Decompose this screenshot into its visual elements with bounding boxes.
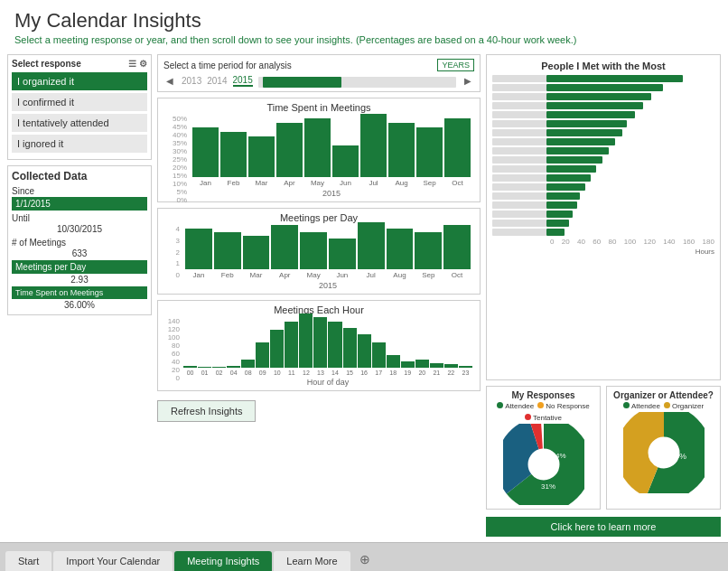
bar-label-hour: 02: [216, 370, 223, 376]
bar-col: Oct: [444, 118, 471, 187]
bar-label-hour: 01: [201, 370, 209, 376]
meetings-hour-bars-container: 0001020408091011121314151617181920212223…: [182, 317, 474, 387]
time-spent-value: 36.00%: [12, 299, 147, 311]
bar-hour: [313, 317, 327, 368]
bar-col: 22: [444, 364, 458, 376]
bar-label: Jul: [369, 179, 378, 187]
my-responses-pie: 65% 31% 4%: [503, 424, 584, 505]
select-response-box: Select response ☰ ⚙ I organized it I con…: [7, 54, 152, 160]
tab-start[interactable]: Start: [5, 551, 51, 571]
learn-more-button[interactable]: Click here to learn more: [486, 517, 721, 537]
meetings-per-day-y: 43210: [163, 225, 182, 279]
bar-hour: [256, 342, 269, 368]
until-value: 10/30/2015: [12, 223, 147, 235]
person-name-label: [492, 111, 546, 118]
header: My Calendar Insights Select a meeting re…: [0, 0, 728, 49]
person-name-label: [492, 165, 546, 173]
bar-hour: [343, 328, 357, 368]
horiz-bar: [546, 93, 651, 100]
bar-hour: [387, 355, 400, 368]
filter-icon[interactable]: ☰: [128, 59, 136, 69]
meetings-per-day-year: 2015: [182, 281, 474, 290]
year-tab-2013[interactable]: 2013: [182, 76, 201, 86]
bar: [214, 232, 241, 269]
horiz-bar: [546, 229, 565, 236]
tab-meeting-insights[interactable]: Meeting Insights: [174, 551, 272, 571]
bar-col: 20: [415, 360, 429, 376]
settings-icon[interactable]: ⚙: [139, 59, 147, 69]
people-chart-title: People I Met with the Most: [492, 61, 714, 71]
response-btn-organized[interactable]: I organized it: [12, 72, 147, 90]
bar-label-hour: 10: [274, 370, 281, 376]
bar-col: 17: [372, 342, 386, 376]
tab-learn-more[interactable]: Learn More: [274, 551, 350, 571]
meetings-hour-title: Meetings Each Hour: [163, 304, 474, 315]
horiz-bar: [546, 220, 569, 227]
bar-label: Jun: [336, 271, 348, 279]
bar-hour: [299, 314, 313, 368]
person-name-label: [492, 211, 546, 218]
meetings-hour-bars: 0001020408091011121314151617181920212223: [182, 317, 474, 376]
bar-label: May: [307, 271, 321, 279]
svg-text:4%: 4%: [555, 452, 566, 460]
bar-label: Oct: [452, 271, 462, 279]
svg-text:65%: 65%: [530, 463, 546, 473]
bar-label: Aug: [393, 271, 406, 279]
refresh-button[interactable]: Refresh Insights: [157, 400, 256, 422]
bar-col: Aug: [387, 229, 414, 279]
prev-arrow[interactable]: ◀: [163, 76, 176, 86]
svg-text:44%: 44%: [670, 452, 686, 461]
bar-label: Feb: [228, 179, 240, 187]
horiz-bar: [546, 147, 609, 154]
bar-col: 15: [343, 328, 357, 376]
my-responses-legend: Attendee No Response Tentative: [490, 402, 596, 422]
legend-attendee: Attendee: [497, 402, 534, 410]
bar-label: Jun: [340, 179, 351, 187]
middle-panel: Select a time period for analysis YEARS …: [157, 54, 481, 537]
response-btn-ignored[interactable]: I ignored it: [12, 135, 147, 153]
main-content: Select response ☰ ⚙ I organized it I con…: [0, 49, 728, 542]
legend-organizer: Organizer: [664, 402, 704, 410]
bar-col: 11: [285, 322, 298, 376]
time-spent-chart: Time Spent in Meetings 50%45%40%35%30%25…: [157, 98, 481, 202]
next-arrow[interactable]: ▶: [462, 76, 474, 86]
horiz-bar-row: [492, 84, 714, 91]
years-label[interactable]: YEARS: [437, 59, 474, 71]
since-label: Since: [12, 186, 147, 196]
time-spent-y-labels: 50%45%40%35%30%25%20%15%10%5%0%: [163, 115, 189, 187]
bottom-charts: My Responses Attendee No Response Tentat…: [486, 386, 721, 510]
bar-label-hour: 08: [245, 370, 252, 376]
meetings-hour-y: 140120100806040200: [163, 317, 182, 376]
bar-col: Mar: [243, 236, 270, 280]
bar-col: Apr: [276, 123, 303, 187]
bar-label-hour: 19: [404, 370, 411, 376]
organizer-pie: 56% 44%: [623, 412, 705, 493]
horiz-bar: [546, 165, 596, 173]
tab-import[interactable]: Import Your Calendar: [53, 551, 173, 571]
horiz-bar-row: [492, 156, 714, 164]
bar-label-hour: 11: [288, 370, 295, 376]
bar-col: 10: [270, 330, 284, 376]
year-tab-2014[interactable]: 2014: [207, 76, 227, 86]
person-name-label: [492, 156, 546, 164]
response-btn-confirmed[interactable]: I confirmed it: [12, 93, 147, 111]
time-spent-label: Time Spent on Meetings: [12, 286, 147, 299]
bar-col: Aug: [388, 123, 415, 187]
bar-col: 08: [241, 360, 255, 376]
bar-col: Jan: [185, 229, 212, 279]
tab-add-button[interactable]: ⊕: [352, 548, 378, 571]
year-tab-2015[interactable]: 2015: [233, 75, 253, 87]
bar-label-hour: 00: [187, 370, 194, 376]
bar-label: Oct: [452, 179, 462, 187]
svg-text:56%: 56%: [649, 448, 665, 457]
bar: [220, 132, 247, 177]
hours-label: Hours: [492, 248, 714, 256]
horiz-bar-row: [492, 229, 714, 236]
meetings-per-day-title: Meetings per Day: [163, 212, 474, 223]
person-name-label: [492, 102, 546, 109]
response-btn-tentative[interactable]: I tentatively attended: [12, 114, 147, 132]
bar-label-hour: 16: [360, 370, 368, 376]
since-value: 1/1/2015: [12, 197, 147, 211]
bar: [300, 232, 327, 269]
bar-col: 16: [358, 334, 371, 376]
